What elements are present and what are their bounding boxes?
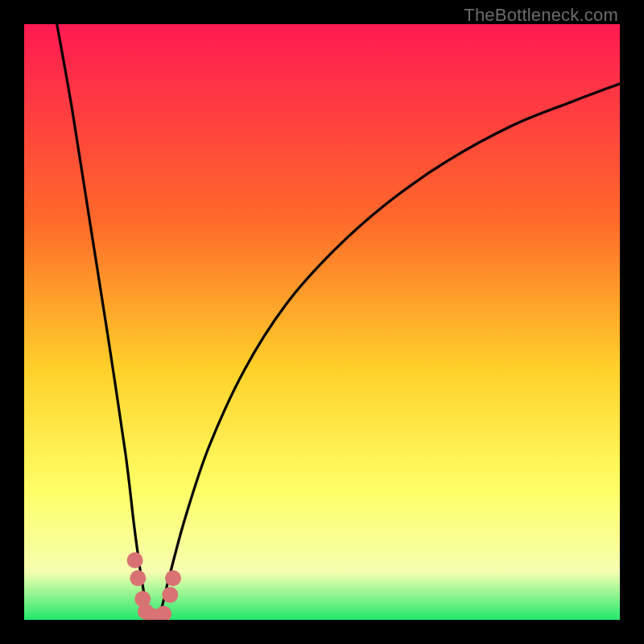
curve-marker (162, 587, 178, 603)
curve-marker (165, 570, 181, 586)
bottleneck-chart (24, 24, 620, 620)
chart-frame (24, 24, 620, 620)
curve-marker (127, 552, 143, 568)
gradient-background (24, 24, 620, 620)
curve-marker (130, 570, 146, 586)
watermark-text: TheBottleneck.com (464, 5, 618, 26)
